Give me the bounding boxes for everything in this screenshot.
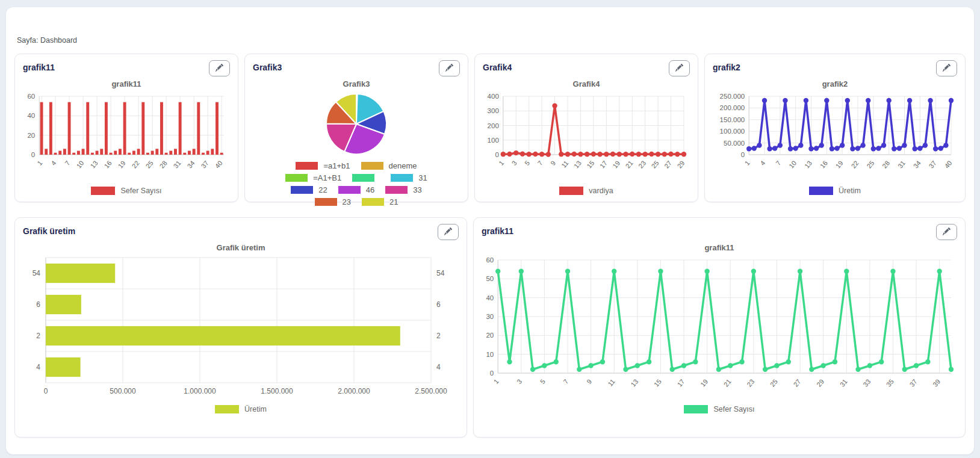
legend-item[interactable]: Üretim (215, 405, 267, 413)
legend-item[interactable]: 22 (291, 185, 327, 194)
pencil-icon (675, 64, 683, 73)
chart-card-grafik3-pie: Grafik3 Grafik3=a1+b1deneme=A1+B13122463… (244, 54, 468, 202)
edit-button[interactable] (209, 60, 230, 76)
svg-text:250.000: 250.000 (720, 93, 745, 100)
edit-button[interactable] (438, 224, 459, 240)
chart-title: Grafik3 (253, 78, 460, 90)
svg-text:37: 37 (200, 159, 210, 170)
svg-text:19: 19 (117, 159, 127, 170)
chart-legend: Üretim (713, 184, 957, 198)
svg-text:0: 0 (741, 151, 745, 158)
legend-swatch (215, 405, 239, 413)
legend-item[interactable]: Sefer Sayısı (91, 187, 161, 195)
legend-item[interactable]: deneme (361, 161, 417, 170)
legend-label: 21 (389, 197, 398, 206)
svg-text:0: 0 (495, 151, 498, 158)
svg-text:400: 400 (488, 93, 499, 100)
svg-text:23: 23 (745, 378, 755, 388)
legend-label: 31 (418, 173, 427, 182)
svg-text:37: 37 (928, 159, 938, 170)
svg-text:27: 27 (663, 159, 673, 170)
svg-text:6: 6 (36, 300, 40, 309)
legend-item[interactable]: Sefer Sayısı (684, 405, 754, 413)
svg-text:2.500.000: 2.500.000 (415, 387, 447, 395)
chart-legend: Sefer Sayısı (23, 184, 230, 198)
legend-swatch (809, 187, 833, 195)
svg-text:3: 3 (510, 159, 518, 167)
svg-text:25: 25 (144, 159, 155, 170)
legend-item[interactable]: 31 (391, 173, 427, 182)
breadcrumb: Sayfa: Dashboard (17, 36, 966, 45)
svg-text:40: 40 (214, 159, 224, 170)
svg-text:11: 11 (560, 159, 570, 169)
card-title: Grafik4 (483, 60, 512, 72)
chart-canvas: grafik1101020304050601357911131517192123… (482, 242, 957, 416)
svg-text:0: 0 (31, 151, 35, 158)
dashboard-row-2: Grafik üretim Grafik üretim0500.0001.000… (14, 217, 966, 438)
svg-text:34: 34 (912, 159, 922, 170)
svg-text:19: 19 (834, 159, 845, 170)
legend-swatch (91, 187, 115, 195)
legend-item[interactable]: 21 (362, 197, 398, 206)
svg-text:10: 10 (787, 159, 798, 170)
pencil-icon (943, 64, 951, 73)
chart-legend: =a1+b1deneme=A1+B1312246332321 (253, 161, 460, 206)
svg-text:50: 50 (486, 275, 494, 282)
svg-text:0: 0 (44, 387, 48, 395)
svg-text:100: 100 (488, 137, 499, 144)
edit-button[interactable] (936, 224, 957, 240)
svg-text:37: 37 (908, 378, 919, 388)
legend-item[interactable] (352, 174, 380, 182)
chart-title: grafik2 (713, 78, 957, 90)
svg-text:31: 31 (839, 378, 849, 388)
svg-text:31: 31 (896, 159, 907, 170)
chart-card-grafik11-line: grafik11 grafik1101020304050601357911131… (473, 217, 966, 438)
legend-label: Üretim (839, 187, 861, 195)
svg-text:13: 13 (803, 159, 813, 170)
pencil-icon (444, 227, 452, 237)
svg-text:9: 9 (585, 378, 593, 385)
svg-text:1.000.000: 1.000.000 (184, 387, 216, 395)
svg-text:9: 9 (549, 159, 557, 167)
legend-label: Sefer Sayısı (120, 187, 161, 195)
svg-text:16: 16 (819, 159, 829, 170)
svg-text:6: 6 (436, 300, 441, 309)
svg-text:50.000: 50.000 (724, 140, 745, 147)
legend-swatch (361, 162, 383, 170)
legend-item[interactable]: =A1+B1 (285, 173, 341, 182)
svg-text:54: 54 (33, 269, 41, 277)
svg-text:25: 25 (865, 159, 875, 170)
legend-label: 33 (413, 185, 421, 194)
svg-text:39: 39 (931, 378, 941, 388)
legend-swatch (362, 198, 384, 206)
dashboard-row-1: grafik11 grafik1102040601471013161922252… (14, 54, 966, 202)
legend-item[interactable]: 33 (385, 185, 421, 194)
legend-item[interactable]: 46 (338, 185, 374, 194)
card-title: grafik2 (713, 60, 740, 72)
svg-text:4: 4 (49, 159, 57, 167)
svg-text:4: 4 (36, 363, 40, 371)
legend-label: 23 (343, 197, 351, 206)
card-title: Grafik üretim (23, 224, 75, 236)
legend-swatch (285, 174, 308, 182)
svg-text:40: 40 (486, 294, 494, 302)
edit-button[interactable] (669, 60, 690, 76)
svg-text:17: 17 (598, 159, 609, 170)
svg-text:1: 1 (743, 159, 751, 167)
edit-button[interactable] (439, 60, 460, 76)
legend-item[interactable]: 23 (315, 197, 351, 206)
legend-item[interactable]: =a1+b1 (296, 161, 350, 170)
svg-text:21: 21 (722, 378, 733, 388)
chart-title: grafik11 (23, 78, 230, 90)
legend-item[interactable]: vardiya (559, 187, 613, 195)
edit-button[interactable] (936, 60, 957, 76)
svg-text:3: 3 (515, 378, 523, 385)
svg-text:2: 2 (36, 332, 40, 340)
svg-text:30: 30 (486, 313, 494, 320)
legend-item[interactable]: Üretim (809, 187, 861, 195)
chart-canvas: Grafik üretim0500.0001.000.0001.500.0002… (23, 242, 459, 416)
chart-card-grafik4-line: Grafik4 Grafik40100200300400135791113151… (474, 54, 698, 202)
svg-text:7: 7 (774, 159, 782, 167)
legend-label: Üretim (244, 405, 267, 413)
svg-text:200.000: 200.000 (720, 104, 745, 111)
